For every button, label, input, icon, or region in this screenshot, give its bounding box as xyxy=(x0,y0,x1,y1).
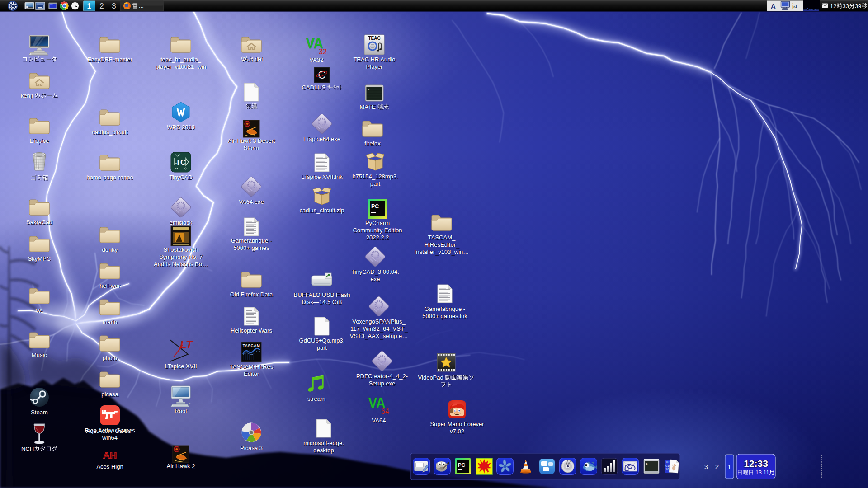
svg-text:LTspice XVII.lnk: LTspice XVII.lnk xyxy=(301,174,343,180)
svg-text:117_Win32_64_VST_: 117_Win32_64_VST_ xyxy=(350,325,408,332)
svg-text:TEAC: TEAC xyxy=(368,36,380,41)
svg-text:2: 2 xyxy=(715,463,719,470)
svg-text:part: part xyxy=(317,344,327,351)
svg-text:33: 33 xyxy=(843,3,849,9)
svg-text:1: 1 xyxy=(87,2,91,10)
svg-text:player_v10021_win: player_v10021_win xyxy=(156,63,206,70)
svg-text:Aqe.Act07 Ga-bs: Aqe.Act07 Ga-bs xyxy=(86,427,131,434)
svg-text:Disk—14.5 GiB: Disk—14.5 GiB xyxy=(302,299,342,305)
svg-text:ja: ja xyxy=(792,2,797,9)
svg-text:home-page-renee: home-page-renee xyxy=(86,174,133,181)
svg-text:SakraCad: SakraCad xyxy=(26,219,52,225)
svg-text:12:33: 12:33 xyxy=(744,458,768,469)
svg-text:>_: >_ xyxy=(646,462,650,466)
svg-text:12: 12 xyxy=(830,3,836,9)
svg-text:picasa: picasa xyxy=(101,391,118,398)
svg-text:heli-war: heli-war xyxy=(99,282,120,289)
svg-text:Steam: Steam xyxy=(31,409,48,416)
svg-text:VA: VA xyxy=(36,307,43,314)
svg-text:Air Hawk 2: Air Hawk 2 xyxy=(167,463,195,469)
svg-text:emiclock: emiclock xyxy=(170,219,193,226)
svg-text:exe: exe xyxy=(371,276,380,282)
svg-text:microsoft-edge.: microsoft-edge. xyxy=(303,440,344,446)
svg-text:SkyMPC: SkyMPC xyxy=(28,255,51,262)
svg-text:Music: Music xyxy=(32,352,47,358)
svg-text:VoxengoSPANPlus_: VoxengoSPANPlus_ xyxy=(352,318,406,325)
svg-text:Shostakovich: Shostakovich xyxy=(163,246,198,253)
svg-text:TASCAM_: TASCAM_ xyxy=(428,234,456,241)
svg-text:PC: PC xyxy=(458,462,465,468)
svg-text:cadlus_circuit.zip: cadlus_circuit.zip xyxy=(300,207,344,214)
svg-text:cadlus_circuit: cadlus_circuit xyxy=(92,129,128,136)
svg-text:32: 32 xyxy=(319,48,327,56)
svg-text:2: 2 xyxy=(99,2,104,10)
svg-text:1: 1 xyxy=(727,463,731,470)
svg-text:teac_hr_audio_: teac_hr_audio_ xyxy=(160,56,201,63)
svg-text:2022.2.2: 2022.2.2 xyxy=(366,234,389,241)
svg-text:5000+ games.lnk: 5000+ games.lnk xyxy=(422,313,467,319)
svg-text:kenji: kenji xyxy=(21,92,34,99)
svg-text:TASCAM: TASCAM xyxy=(243,343,260,348)
svg-text:stream: stream xyxy=(307,395,326,402)
svg-text:VA64.exe: VA64.exe xyxy=(239,198,264,205)
svg-text:Installer_v103_win…: Installer_v103_win… xyxy=(415,249,469,255)
svg-text:Old Firefox Data: Old Firefox Data xyxy=(230,291,273,298)
svg-text:TASCAM Hi-Res: TASCAM Hi-Res xyxy=(230,363,274,370)
svg-text:>_: >_ xyxy=(368,87,372,91)
svg-text:Gamefabrique -: Gamefabrique - xyxy=(425,305,465,312)
svg-text:donky: donky xyxy=(102,246,118,253)
svg-text:Picasa 3: Picasa 3 xyxy=(240,445,263,451)
svg-text:WPS 2019: WPS 2019 xyxy=(167,124,195,131)
svg-text:VST3_AAX_setup.e…: VST3_AAX_setup.e… xyxy=(350,333,408,339)
svg-text:GdCU6+Qo.mp3.: GdCU6+Qo.mp3. xyxy=(299,337,345,344)
svg-text:3: 3 xyxy=(704,463,708,470)
svg-text:Super Mario Forever: Super Mario Forever xyxy=(430,421,484,427)
svg-text:Player: Player xyxy=(366,63,383,70)
svg-text:TinyCAD_3.00.04.: TinyCAD_3.00.04. xyxy=(351,268,399,275)
svg-text:PDFCreator-4_4_2-: PDFCreator-4_4_2- xyxy=(356,373,408,380)
svg-text:Setup.exe: Setup.exe xyxy=(369,380,396,387)
svg-text:win64: win64 xyxy=(102,434,118,441)
svg-text:.i ai: .i ai xyxy=(254,56,263,62)
svg-text:BUFFALO USB Flash: BUFFALO USB Flash xyxy=(294,291,350,298)
svg-text:Andris Nelsons Bo…: Andris Nelsons Bo… xyxy=(154,261,208,267)
svg-text:TEAC HR Audio: TEAC HR Audio xyxy=(353,56,395,63)
svg-text:39: 39 xyxy=(855,3,861,9)
svg-text:CADLUS: CADLUS xyxy=(302,84,327,91)
svg-text:...: ... xyxy=(139,2,144,9)
svg-text:Editor: Editor xyxy=(244,371,259,377)
svg-text:3: 3 xyxy=(112,2,116,10)
svg-text:part: part xyxy=(370,180,381,187)
svg-text:Symphony No. 7: Symphony No. 7 xyxy=(159,253,203,260)
svg-text:HiResEditor_: HiResEditor_ xyxy=(425,241,459,248)
svg-text:photo: photo xyxy=(103,355,118,361)
svg-text:LTspice XVII: LTspice XVII xyxy=(165,363,197,370)
svg-text:VA32: VA32 xyxy=(310,56,324,63)
svg-text:Storm: Storm xyxy=(244,145,259,151)
svg-text:b75154_128mp3.: b75154_128mp3. xyxy=(352,173,398,180)
svg-text:Community Edition: Community Edition xyxy=(353,227,402,234)
svg-text:5000+ games: 5000+ games xyxy=(233,244,269,251)
svg-text:firefox: firefox xyxy=(364,140,381,147)
svg-text:NCH: NCH xyxy=(21,446,34,452)
svg-text:TinyCAD: TinyCAD xyxy=(169,174,193,181)
svg-text:VA64: VA64 xyxy=(372,417,386,424)
svg-text:13 11: 13 11 xyxy=(754,469,769,476)
svg-text:LT: LT xyxy=(180,338,193,351)
svg-text:PyCharm: PyCharm xyxy=(365,220,390,226)
svg-text:TC: TC xyxy=(176,158,186,167)
svg-text:LTspice64.exe: LTspice64.exe xyxy=(303,136,340,142)
svg-text:LTspice: LTspice xyxy=(29,137,49,144)
svg-text:EasyDRF-master: EasyDRF-master xyxy=(87,56,132,63)
svg-text:64: 64 xyxy=(381,408,389,415)
svg-text:Root: Root xyxy=(175,408,187,414)
svg-text:Helicopter Wars: Helicopter Wars xyxy=(231,327,272,334)
svg-text:A: A xyxy=(771,2,776,10)
svg-text:PC: PC xyxy=(371,203,379,210)
svg-text:Gamefabrique -: Gamefabrique - xyxy=(231,237,272,244)
svg-text:MATE: MATE xyxy=(360,103,377,110)
svg-text:Aces High: Aces High xyxy=(96,463,123,470)
svg-text:mario: mario xyxy=(103,319,118,325)
svg-text:AH: AH xyxy=(103,450,117,460)
svg-text:v7.02: v7.02 xyxy=(450,428,464,435)
